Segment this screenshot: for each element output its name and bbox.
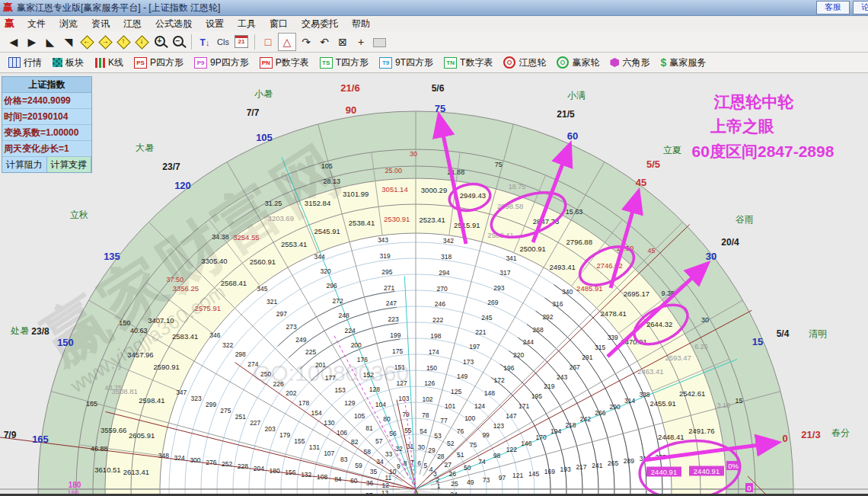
degree-integer: 30 (701, 316, 709, 324)
menu-item-3[interactable]: 江恩 (116, 16, 148, 31)
view-kline[interactable]: K线 (89, 54, 129, 71)
outside-label: 90 (346, 104, 356, 116)
p-square-label: P四方形 (150, 56, 183, 69)
spiral-number: 241 (592, 462, 602, 469)
spiral-number: 122 (506, 446, 517, 453)
tri-right-button[interactable]: ◥ (60, 34, 77, 50)
outside-label: 清明 (809, 328, 827, 339)
spiral-number: 274 (247, 360, 258, 368)
spiral-number: 28 (437, 453, 445, 460)
view-t-square[interactable]: TST四方形 (314, 54, 374, 71)
t-number-table-label: T数字表 (460, 56, 493, 69)
spiral-number: 341 (506, 254, 516, 262)
view-p-square[interactable]: PSP四方形 (129, 54, 189, 71)
outer-price: 3610.51 (94, 466, 120, 474)
rotate-cw-button[interactable]: ↷ (298, 34, 314, 50)
customer-service-button[interactable]: 客服 (816, 1, 850, 14)
t-square-icon: TS (320, 57, 333, 69)
spiral-number: 295 (381, 268, 392, 276)
spiral-number: 176 (357, 356, 368, 363)
view-t-number-table[interactable]: TNT数字表 (439, 54, 498, 71)
view-9t-square[interactable]: T99T四方形 (374, 54, 439, 71)
menu-item-9[interactable]: 帮助 (345, 16, 377, 31)
presentation-button[interactable] (371, 34, 388, 50)
t-square-label: T四方形 (336, 56, 369, 69)
zoom-out-button[interactable]: − (170, 34, 187, 50)
delete-box-button[interactable]: ⊠ (334, 34, 351, 50)
view-hexagon[interactable]: 六角形 (605, 54, 655, 71)
menu-item-7[interactable]: 窗口 (263, 16, 295, 31)
sort-button[interactable]: T↓ (196, 34, 213, 50)
view-gann-wheel[interactable]: 江恩轮 (498, 54, 551, 71)
menu-item-1[interactable]: 浏览 (53, 16, 85, 31)
highlight-value: 0 (747, 484, 751, 492)
spiral-number: 202 (286, 389, 296, 397)
degree-integer: 105 (321, 162, 333, 170)
outside-label: 大暑 (136, 142, 154, 153)
spiral-number: 147 (506, 412, 516, 420)
triangle-tool-button[interactable]: △ (278, 33, 296, 51)
menu-item-6[interactable]: 工具 (231, 16, 263, 31)
menu-item-8[interactable]: 交易委托 (295, 16, 345, 31)
inner-price: 2613.41 (123, 468, 149, 476)
outside-label: 23/7 (162, 162, 180, 172)
outside-label: 7/9 (4, 430, 17, 440)
index-info-panel: 上证指数 价格=2440.9099时间=20190104变换系数=1.00000… (2, 76, 92, 173)
menu-item-0[interactable]: 文件 (21, 16, 53, 31)
spiral-number: 52 (447, 440, 455, 447)
spiral-number: 346 (209, 331, 220, 339)
move-up-diamond-button[interactable]: ↑ (115, 34, 132, 50)
outer-price: 3254.55 (233, 233, 259, 242)
nav-first-button[interactable]: ◀ (5, 34, 22, 50)
spiral-number: 153 (334, 386, 345, 394)
spiral-number: 178 (298, 399, 309, 407)
tri-left-button[interactable]: ◣ (42, 34, 59, 50)
nav-last-button[interactable]: ▶ (24, 34, 40, 50)
square-tool-button[interactable]: □ (260, 34, 276, 50)
inner-price: 2590.91 (153, 363, 179, 371)
move-down-diamond-button[interactable]: ↓ (133, 34, 150, 50)
inner-price: 2455.91 (649, 399, 675, 408)
menu-item-2[interactable]: 资讯 (85, 16, 116, 31)
degree-value: 31.25 (265, 200, 282, 207)
outside-label: 23/8 (31, 326, 49, 337)
outside-label: 60 (567, 130, 578, 142)
spiral-number: 342 (443, 237, 454, 245)
gann-wheel-label: 江恩轮 (519, 56, 546, 69)
view-winner-service[interactable]: $赢家服务 (655, 54, 711, 71)
degree-integer: 75 (495, 161, 503, 168)
cls-button[interactable]: Cls (215, 34, 231, 50)
view-p-number-table[interactable]: PNP数字表 (254, 54, 314, 71)
calc-resistance-button[interactable]: 计算阻力 (2, 157, 47, 172)
spiral-number: 131 (309, 443, 320, 451)
move-right-diamond-button[interactable]: → (97, 34, 113, 50)
spiral-number: 104 (375, 401, 386, 408)
view-9p-square[interactable]: P99P四方形 (189, 54, 254, 71)
forum-button[interactable]: 论坛 (853, 1, 868, 14)
spiral-number: 300 (190, 456, 200, 464)
spiral-number: 218 (565, 421, 576, 429)
rotate-ccw-button[interactable]: ↶ (316, 34, 333, 50)
spiral-number: 11 (385, 474, 391, 482)
crosshair-move-button[interactable]: + (353, 34, 369, 50)
spiral-number: 268 (533, 326, 544, 334)
spiral-number: 321 (266, 298, 277, 306)
menu-item-4[interactable]: 公式选股 (148, 16, 199, 31)
spiral-number: 340 (562, 288, 573, 296)
degree-value: 3.13 (716, 402, 730, 409)
outside-label: 谷雨 (736, 214, 754, 225)
calc-support-button[interactable]: 计算支撑 (47, 157, 92, 172)
view-sectors[interactable]: 板块 (47, 54, 89, 71)
view-quotes[interactable]: 行情 (3, 54, 47, 71)
highlight-value: 0% (728, 462, 739, 470)
move-left-diamond-button[interactable]: ← (78, 34, 95, 50)
zoom-in-button[interactable]: + (152, 34, 168, 50)
outside-label: 处暑 (10, 325, 29, 336)
menu-item-5[interactable]: 设置 (199, 16, 231, 31)
view-winner-wheel[interactable]: 赢家轮 (551, 54, 605, 71)
quotes-label: 行情 (24, 56, 42, 69)
calendar-button[interactable]: 21 (233, 34, 250, 50)
spiral-number: 269 (487, 299, 498, 306)
toolbar-separator (191, 34, 192, 50)
spiral-number: 320 (320, 267, 330, 275)
